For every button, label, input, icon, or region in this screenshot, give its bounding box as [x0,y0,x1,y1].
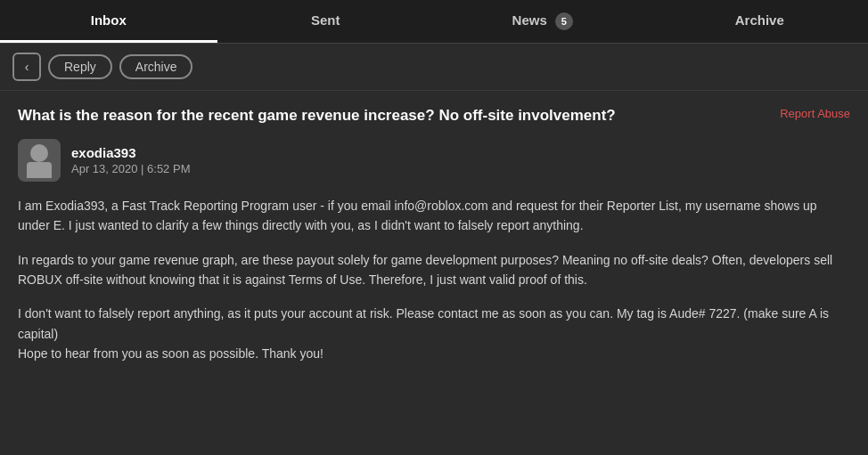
tab-sent-label: Sent [311,12,340,28]
sender-date: Apr 13, 2020 | 6:52 PM [71,162,190,175]
message-area: What is the reason for the recent game r… [0,91,868,378]
news-badge: 5 [555,12,573,30]
toolbar: ‹ Reply Archive [0,44,868,91]
body-paragraph-3: I don't want to falsely report anything,… [18,304,850,363]
body-paragraph-1: I am Exodia393, a Fast Track Reporting P… [18,196,850,236]
tab-archive[interactable]: Archive [651,0,869,43]
back-button[interactable]: ‹ [12,53,41,81]
avatar-head [30,144,48,162]
sender-info: exodia393 Apr 13, 2020 | 6:52 PM [71,145,190,175]
avatar-image [18,139,61,182]
back-icon: ‹ [25,60,29,74]
tab-bar: Inbox Sent News 5 Archive [0,0,868,44]
avatar [18,139,61,182]
sender-name: exodia393 [71,145,190,160]
report-abuse-button[interactable]: Report Abuse [780,105,850,120]
tab-inbox-label: Inbox [91,12,127,28]
tab-news-label: News [512,12,547,28]
message-header: What is the reason for the recent game r… [18,105,850,126]
tab-news[interactable]: News 5 [434,0,651,43]
reply-label: Reply [64,60,96,74]
tab-sent[interactable]: Sent [217,0,435,43]
tab-archive-label: Archive [735,12,784,28]
archive-label: Archive [135,60,177,74]
body-paragraph-2: In regards to your game revenue graph, a… [18,250,850,290]
message-body: I am Exodia393, a Fast Track Reporting P… [18,196,850,364]
avatar-body [27,162,52,178]
tab-inbox[interactable]: Inbox [0,0,217,43]
message-subject: What is the reason for the recent game r… [18,105,616,126]
reply-button[interactable]: Reply [48,54,112,79]
sender-row: exodia393 Apr 13, 2020 | 6:52 PM [18,139,850,182]
archive-button[interactable]: Archive [119,54,193,79]
